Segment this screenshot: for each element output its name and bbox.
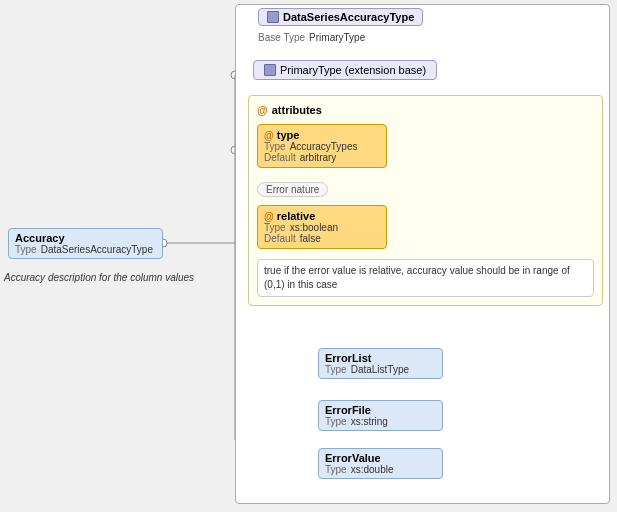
attributes-header: @ attributes <box>257 104 594 116</box>
type-attr-default-row: Default arbitrary <box>264 152 380 163</box>
type-attr-type-row: Type AccuracyTypes <box>264 141 380 152</box>
error-file-node: ErrorFile Type xs:string <box>318 400 443 431</box>
attributes-label: attributes <box>272 104 322 116</box>
relative-attr-default-row: Default false <box>264 233 380 244</box>
relative-attr-type-row: Type xs:boolean <box>264 222 380 233</box>
error-file-type-row: Type xs:string <box>325 416 436 427</box>
relative-attr-title: @ relative <box>264 210 380 222</box>
primary-type-icon <box>264 64 276 76</box>
error-value-node: ErrorValue Type xs:double <box>318 448 443 479</box>
type-icon <box>267 11 279 23</box>
type-attr-node: @ type Type AccuracyTypes Default arbitr… <box>257 124 387 168</box>
header-title: DataSeriesAccuracyType <box>283 11 414 23</box>
dataseries-accuracy-type-header: DataSeriesAccuracyType <box>258 8 423 26</box>
error-value-type-row: Type xs:double <box>325 464 436 475</box>
at-icon-relative: @ <box>264 211 274 222</box>
primary-type-node: PrimaryType (extension base) <box>253 60 437 80</box>
attributes-container: @ attributes @ type Type AccuracyTypes D… <box>248 95 603 306</box>
at-icon-type: @ <box>264 130 274 141</box>
accuracy-type-row: Type DataSeriesAccuracyType <box>15 244 156 255</box>
error-list-type-row: Type DataListType <box>325 364 436 375</box>
base-type-row: Base Type PrimaryType <box>258 32 365 43</box>
accuracy-title: Accuracy <box>15 232 156 244</box>
error-list-node: ErrorList Type DataListType <box>318 348 443 379</box>
type-attr-title: @ type <box>264 129 380 141</box>
base-type-label: Base Type <box>258 32 305 43</box>
relative-desc: true if the error value is relative, acc… <box>257 259 594 297</box>
error-nature-label: Error nature <box>257 182 328 197</box>
at-icon: @ <box>257 104 268 116</box>
base-type-value: PrimaryType <box>309 32 365 43</box>
relative-attr-node: @ relative Type xs:boolean Default false <box>257 205 387 249</box>
accuracy-node: Accuracy Type DataSeriesAccuracyType <box>8 228 163 259</box>
primary-type-label: PrimaryType (extension base) <box>280 64 426 76</box>
accuracy-desc: Accuracy description for the column valu… <box>0 270 220 285</box>
canvas: + − + + + + + <box>0 0 617 512</box>
